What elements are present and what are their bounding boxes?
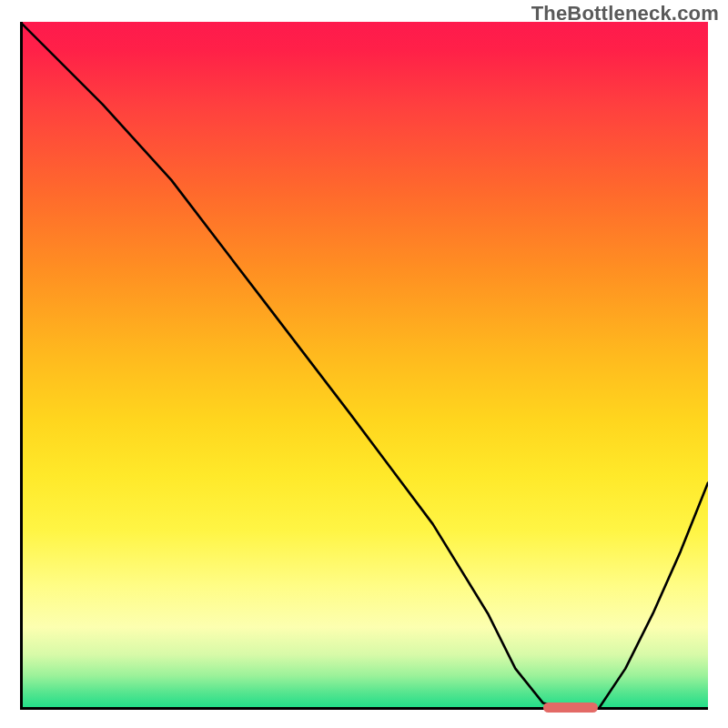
- optimal-region-marker: [543, 703, 598, 713]
- chart-container: TheBottleneck.com: [0, 0, 728, 728]
- bottleneck-curve: [20, 22, 708, 710]
- watermark-text: TheBottleneck.com: [531, 2, 719, 25]
- plot-area: [20, 22, 708, 710]
